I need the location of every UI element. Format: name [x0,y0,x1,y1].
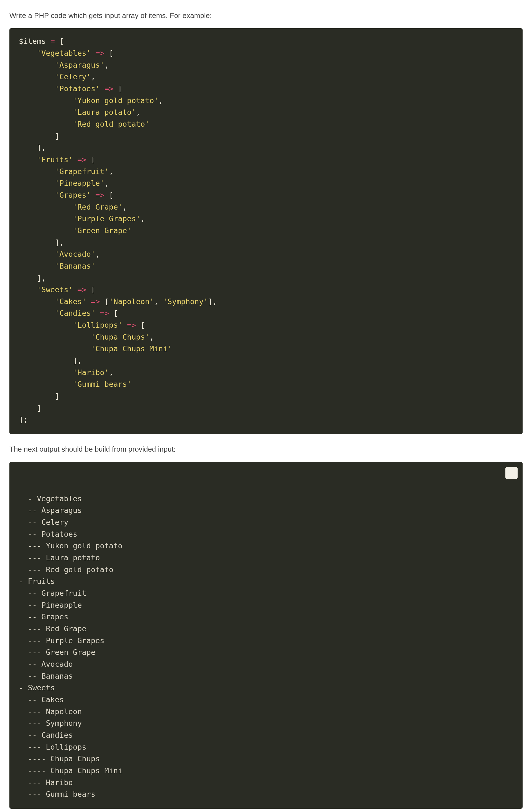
code-token-str: 'Haribo' [73,368,109,377]
code-token-punct: , [159,96,163,105]
php-code-block: $items = [ 'Vegetables' => [ 'Asparagus'… [10,28,522,434]
code-token-plain [19,61,55,69]
code-token-op: => [100,309,109,317]
code-token-op: => [95,49,104,57]
code-token-plain [19,321,73,329]
code-token-plain [19,380,73,388]
code-token-op: => [77,155,87,164]
code-token-plain [19,262,55,270]
code-token-punct: , [149,333,154,341]
code-token-plain [55,37,59,45]
code-token-plain [109,309,113,317]
code-token-plain [100,84,104,93]
code-token-punct: , [109,368,113,377]
code-token-plain [159,297,163,306]
code-token-punct: , [104,179,109,187]
code-token-plain [136,321,141,329]
code-token-str: 'Symphony' [163,297,208,306]
code-token-plain [19,356,73,365]
code-token-str: 'Potatoes' [55,84,100,93]
code-token-plain [19,285,37,294]
code-token-punct: ] [37,143,41,152]
code-token-plain [19,297,55,306]
code-token-str: 'Yukon gold potato' [73,96,159,105]
code-token-punct: [ [91,155,95,164]
code-token-str: 'Vegetables' [37,49,91,57]
code-token-plain [19,250,55,258]
code-token-plain [19,72,55,81]
code-token-str: 'Bananas' [55,262,95,270]
code-token-str: 'Grapes' [55,191,91,199]
code-token-punct: [ [118,84,122,93]
code-token-punct: [ [113,309,118,317]
code-token-plain [19,368,73,377]
code-token-punct: ] [208,297,212,306]
code-token-plain [104,49,109,57]
code-token-str: 'Chupa Chups Mini' [91,344,172,353]
code-token-punct: , [136,108,141,116]
code-token-op: => [127,321,136,329]
code-token-str: 'Pineapple' [55,179,104,187]
code-token-plain [19,214,73,223]
code-token-plain [19,333,91,341]
code-token-punct: , [59,238,64,247]
intro-text: Write a PHP code which gets input array … [10,11,522,20]
code-token-punct: ] [37,274,41,282]
output-text: - Vegetables -- Asparagus -- Celery -- P… [19,494,122,798]
code-token-str: 'Napoleon' [109,297,154,306]
code-token-plain [19,226,73,235]
code-token-punct: [ [109,191,113,199]
code-token-plain [19,274,37,282]
code-token-plain [87,297,91,306]
code-token-str: 'Purple Grapes' [73,214,141,223]
code-token-plain [104,191,109,199]
code-token-plain [46,37,50,45]
clipboard-icon [494,462,522,491]
code-token-str: 'Asparagus' [55,61,104,69]
code-token-str: 'Grapefruit' [55,167,109,176]
code-token-plain [100,297,104,306]
code-token-plain [19,344,91,353]
code-token-str: 'Green Grape' [73,226,131,235]
code-token-str: 'Chupa Chups' [91,333,149,341]
code-token-plain [95,309,100,317]
code-token-str: 'Celery' [55,72,91,81]
code-token-plain [73,155,77,164]
code-token-op: = [50,37,55,45]
code-token-op: => [91,297,100,306]
code-token-punct: ] [55,238,59,247]
code-token-punct: , [154,297,159,306]
code-token-plain [19,309,55,317]
code-token-str: 'Fruits' [37,155,73,164]
code-token-plain [19,179,55,187]
code-token-punct: ] [73,356,77,365]
code-token-op: => [77,285,87,294]
code-token-str: 'Candies' [55,309,95,317]
copy-button[interactable] [505,467,518,479]
code-token-punct: , [41,274,46,282]
code-token-punct: [ [91,285,95,294]
code-token-plain [19,96,73,105]
code-token-punct: , [41,143,46,152]
code-token-plain [19,167,55,176]
code-token-str: 'Sweets' [37,285,73,294]
code-token-str: 'Laura potato' [73,108,136,116]
second-text: The next output should be build from pro… [10,444,522,454]
code-token-punct: ] [55,392,59,400]
code-token-str: 'Gummi bears' [73,380,131,388]
code-token-plain [19,203,73,211]
code-token-plain [91,49,95,57]
code-token-punct: [ [109,49,113,57]
code-token-plain [91,191,95,199]
code-token-plain [87,155,91,164]
code-token-plain [19,84,55,93]
code-token-punct: , [77,356,82,365]
code-token-plain [19,404,37,412]
code-token-punct: [ [141,321,145,329]
code-token-plain [73,285,77,294]
code-token-plain [122,321,127,329]
code-token-op: => [104,84,114,93]
code-token-str: 'Avocado' [55,250,95,258]
code-token-plain [19,238,55,247]
code-token-var: $items [19,37,46,45]
